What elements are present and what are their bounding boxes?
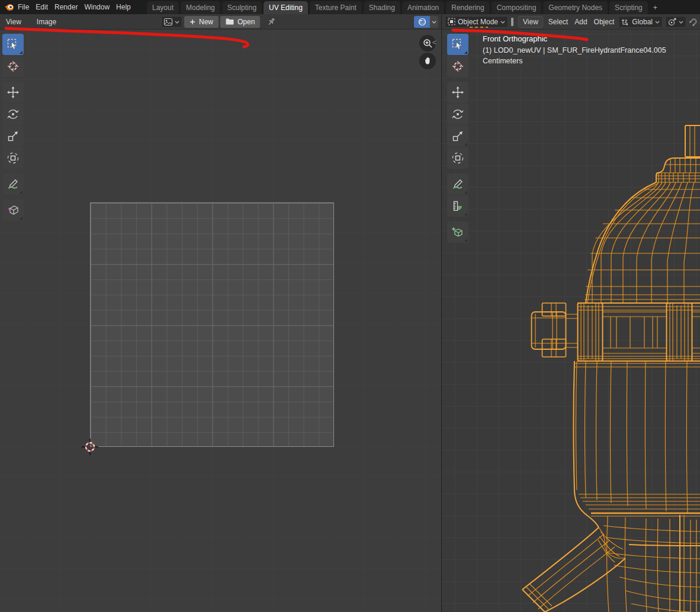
tool-move[interactable] — [2, 82, 24, 103]
image-icon — [164, 18, 172, 25]
chevron-down-icon — [679, 20, 683, 24]
snap-target-icon — [668, 18, 676, 26]
transform-icon — [7, 152, 20, 165]
scale-icon — [451, 130, 464, 143]
object-mode-icon — [448, 18, 455, 25]
viewport-canvas: Front Orthographic (1) LOD0_newUV | SM_F… — [442, 30, 700, 612]
scale-icon — [7, 130, 20, 143]
pan-hand-icon — [423, 56, 432, 66]
chevron-down-icon — [175, 20, 179, 24]
mode-dropdown[interactable]: Object Mode — [445, 16, 508, 28]
transform-orientation-dropdown[interactable]: Global — [618, 16, 663, 28]
move-icon — [7, 86, 20, 99]
zoom-icon — [423, 38, 433, 49]
snap-magnet-icon[interactable] — [689, 17, 698, 27]
mode-grip[interactable] — [511, 18, 513, 26]
menu-render[interactable]: Render — [54, 3, 78, 11]
vp-tool-move[interactable] — [447, 82, 468, 103]
tab-scripting[interactable]: Scripting — [609, 1, 648, 14]
select-box-icon — [451, 38, 464, 51]
rotate-icon — [7, 108, 20, 121]
tab-texture-paint[interactable]: Texture Paint — [310, 1, 362, 14]
tool-cursor[interactable] — [2, 56, 24, 77]
image-browse-dropdown[interactable] — [161, 16, 182, 28]
display-channels-button[interactable] — [414, 16, 430, 28]
rip-region-icon — [7, 204, 20, 217]
tab-uv-editing[interactable]: UV Editing — [264, 1, 308, 14]
uv-2d-cursor[interactable] — [79, 436, 101, 458]
snap-target-dropdown[interactable] — [665, 16, 686, 28]
vp-tool-scale[interactable] — [447, 125, 468, 147]
editor-divider[interactable] — [441, 14, 442, 612]
chevron-down-icon — [432, 20, 436, 24]
tool-tweak-select[interactable] — [2, 34, 24, 55]
select-box-icon — [7, 38, 20, 51]
uv-editor-canvas: < — [0, 30, 441, 612]
add-workspace-button[interactable]: + — [650, 1, 661, 14]
vp-tool-transform[interactable] — [447, 147, 468, 169]
tool-rotate[interactable] — [2, 104, 24, 125]
uv-menu-image[interactable]: Image — [37, 18, 56, 26]
uv-grid-square — [90, 202, 334, 447]
uv-toolbar — [2, 34, 24, 221]
tab-modeling[interactable]: Modeling — [181, 1, 220, 14]
viewport-toolbar — [447, 34, 468, 243]
blender-logo-icon — [4, 2, 14, 12]
blender-window: File Edit Render Window Help Layout Mode… — [0, 0, 700, 612]
display-channels-dropdown[interactable] — [430, 16, 438, 28]
vp-menu-select[interactable]: Select — [548, 18, 568, 26]
move-icon — [451, 86, 464, 99]
tab-geometry-nodes[interactable]: Geometry Nodes — [543, 1, 608, 14]
transform-icon — [451, 152, 464, 165]
menu-help[interactable]: Help — [116, 3, 131, 11]
annotate-icon — [451, 178, 464, 191]
rotate-icon — [451, 108, 464, 121]
tab-compositing[interactable]: Compositing — [492, 1, 542, 14]
pan-button[interactable] — [419, 53, 436, 69]
open-image-button[interactable]: Open — [220, 16, 260, 28]
add-cube-icon — [451, 226, 464, 239]
uv-menu-view[interactable]: View — [6, 18, 21, 26]
tool-scale[interactable] — [2, 125, 24, 147]
orientation-axes-icon — [621, 18, 630, 25]
tab-layout[interactable]: Layout — [147, 1, 179, 14]
uv-editor-header: View Image New Open — [0, 14, 441, 30]
vp-tool-annotate[interactable] — [447, 173, 468, 195]
vp-tool-tweak-select[interactable] — [447, 34, 468, 55]
vp-tool-cursor[interactable] — [447, 56, 468, 77]
folder-icon — [226, 18, 234, 25]
tool-transform[interactable] — [2, 147, 24, 169]
vp-tool-rotate[interactable] — [447, 104, 468, 125]
menu-file[interactable]: File — [18, 3, 29, 11]
topbar: File Edit Render Window Help Layout Mode… — [0, 0, 700, 14]
tab-animation[interactable]: Animation — [402, 1, 444, 14]
sphere-icon — [418, 18, 426, 26]
tool-annotate[interactable] — [2, 173, 24, 195]
chevron-down-icon — [655, 20, 660, 24]
plus-icon — [190, 19, 195, 25]
workspace-tabs: Layout Modeling Sculpting UV Editing Tex… — [147, 1, 661, 14]
vp-menu-object[interactable]: Object — [594, 18, 615, 26]
cursor-tool-icon — [7, 60, 20, 73]
vp-menu-add[interactable]: Add — [574, 18, 587, 26]
tab-sculpting[interactable]: Sculpting — [222, 1, 262, 14]
chevron-down-icon — [500, 20, 505, 24]
viewport-header: Object Mode View Select Add Object Globa… — [442, 14, 700, 30]
new-image-button[interactable]: New — [184, 16, 219, 28]
menu-edit[interactable]: Edit — [36, 3, 48, 11]
annotate-icon — [7, 178, 20, 191]
tab-shading[interactable]: Shading — [364, 1, 400, 14]
tab-rendering[interactable]: Rendering — [446, 1, 489, 14]
menu-window[interactable]: Window — [84, 3, 110, 11]
cursor-tool-icon — [451, 60, 464, 73]
pin-icon[interactable] — [266, 17, 276, 27]
vp-tool-measure[interactable] — [447, 195, 468, 217]
vp-tool-add-cube[interactable] — [447, 221, 468, 243]
fire-hydrant-wireframe — [442, 30, 700, 612]
tool-rip-region[interactable] — [2, 199, 24, 221]
uv-sidebar-collapse-arrow[interactable]: < — [432, 38, 436, 47]
measure-icon — [451, 199, 464, 212]
vp-menu-view[interactable]: View — [518, 16, 543, 28]
